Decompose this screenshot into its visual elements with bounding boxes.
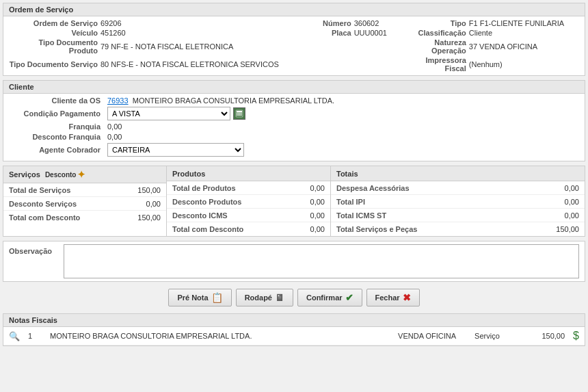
svg-rect-9	[241, 115, 242, 116]
total-row: Total IPI 0,00	[331, 195, 585, 209]
franquia-label: Franquia	[9, 122, 105, 131]
notas-fiscais-section: Notas Fiscais 🔍 1 MONTEIRO BRAGA CONSULT…	[3, 313, 585, 346]
total-row: Total ICMS ST 0,00	[331, 209, 585, 222]
servico-row-value: 150,00	[137, 186, 161, 194]
classificacao-value: Cliente	[469, 29, 579, 37]
produto-row-value: 0,00	[310, 211, 325, 220]
confirmar-button[interactable]: Confirmar ✔	[297, 289, 362, 306]
nota-category: Serviço	[475, 332, 516, 340]
natureza-op-label: Natureza Operação	[405, 38, 466, 55]
servico-row: Total de Serviços 150,00	[3, 183, 166, 197]
total-row-value: 0,00	[565, 198, 579, 206]
lower-section: Serviços Desconto ✦ Total de Serviços 15…	[3, 166, 585, 237]
total-row-value: 150,00	[556, 225, 579, 233]
servico-row: Desconto Serviços 0,00	[3, 197, 166, 211]
produto-row-value: 0,00	[310, 184, 325, 192]
servico-row: Total com Desconto 150,00	[3, 211, 166, 224]
placa-value: UUU0001	[354, 29, 402, 37]
calculator-icon[interactable]	[233, 107, 245, 120]
os-section-title: Ordem de Serviço	[3, 3, 585, 16]
servico-row-label: Desconto Serviços	[9, 200, 77, 208]
tipo-doc-serv-value: 80 NFS-E - NOTA FISCAL ELETRONICA SERVIC…	[101, 60, 294, 68]
franquia-value: 0,00	[107, 122, 579, 131]
total-row: Total Serviços e Peças 150,00	[331, 222, 585, 236]
prenota-button[interactable]: Pré Nota 📋	[168, 289, 231, 306]
nota-action-icon[interactable]: $	[573, 330, 579, 342]
desconto-franquia-label: Desconto Franquia	[9, 133, 105, 141]
servico-row-value: 150,00	[137, 213, 161, 222]
desconto-franquia-value: 0,00	[107, 133, 579, 141]
tipo-value: F1 F1-CLIENTE FUNILARIA	[469, 19, 579, 27]
cliente-section: Cliente Cliente da OS 76933 MONTEIRO BRA…	[3, 80, 585, 161]
total-row: Despesa Acessórias 0,00	[331, 181, 585, 195]
svg-rect-6	[237, 115, 238, 116]
cliente-code-link[interactable]: 76933	[107, 96, 129, 105]
produto-row-label: Desconto Produtos	[172, 198, 241, 206]
total-row-label: Total ICMS ST	[336, 211, 386, 220]
desconto-badge: Desconto ✦	[43, 168, 88, 181]
total-row-label: Despesa Acessórias	[336, 184, 410, 192]
action-row: Pré Nota 📋 Rodapé 🖥 Confirmar ✔ Fechar ✖	[3, 286, 585, 309]
prenota-label: Pré Nota	[177, 293, 208, 302]
produtos-title: Produtos	[172, 170, 205, 178]
produto-row: Total com Desconto 0,00	[167, 222, 330, 236]
produto-row-label: Total de Produtos	[172, 184, 236, 192]
fechar-icon: ✖	[403, 292, 411, 303]
condicao-pagamento-label: Condição Pagamento	[9, 109, 105, 118]
totais-header: Totais	[331, 166, 585, 181]
produto-row-label: Desconto ICMS	[172, 211, 228, 220]
servicos-title: Serviços	[9, 170, 40, 179]
condicao-pagamento-select[interactable]: A VISTA	[107, 107, 230, 120]
svg-rect-2	[237, 114, 238, 115]
cliente-name-text: MONTEIRO BRAGA CONSULTORIA EMPRESARIAL L…	[133, 96, 334, 105]
produto-row: Desconto ICMS 0,00	[167, 209, 330, 222]
os-value: 69206	[101, 19, 294, 27]
servico-row-label: Total de Serviços	[9, 186, 70, 194]
total-row-value: 0,00	[565, 184, 579, 192]
veiculo-value: 451260	[101, 29, 294, 37]
placa-label: Placa	[297, 29, 351, 37]
total-row-value: 0,00	[565, 211, 579, 220]
desconto-label: Desconto	[45, 171, 77, 179]
ordem-servico-section: Ordem de Serviço Ordem de Serviço 69206 …	[3, 3, 585, 76]
natureza-op-value: 37 VENDA OFICINA	[469, 42, 579, 51]
rodape-icon: 🖥	[275, 292, 284, 303]
fechar-button[interactable]: Fechar ✖	[366, 289, 420, 306]
tipo-label: Tipo	[405, 19, 466, 27]
cliente-grid: Cliente da OS 76933 MONTEIRO BRAGA CONSU…	[3, 94, 585, 161]
tipo-doc-serv-label: Tipo Documento Serviço	[9, 60, 98, 68]
cliente-os-value: 76933 MONTEIRO BRAGA CONSULTORIA EMPRESA…	[107, 96, 579, 105]
nota-value: 150,00	[524, 332, 565, 340]
tipo-doc-prod-value: 79 NF-E - NOTA FISCAL ELETRONICA	[101, 42, 294, 51]
numero-value: 360602	[354, 19, 402, 27]
rodape-button[interactable]: Rodapé 🖥	[236, 289, 293, 306]
servicos-table: Total de Serviços 150,00 Desconto Serviç…	[3, 183, 166, 224]
confirmar-label: Confirmar	[306, 293, 343, 302]
produto-row-label: Total com Desconto	[172, 225, 243, 233]
servicos-col: Serviços Desconto ✦ Total de Serviços 15…	[3, 166, 167, 237]
observacao-input[interactable]	[64, 244, 579, 278]
servico-row-label: Total com Desconto	[9, 213, 80, 222]
produto-row-value: 0,00	[310, 225, 325, 233]
agente-cobrador-row: CARTEIRA	[107, 143, 579, 157]
tipo-doc-prod-label: Tipo Documento Produto	[9, 38, 98, 55]
impressora-fiscal-value: (Nenhum)	[469, 60, 579, 68]
search-icon[interactable]: 🔍	[9, 331, 20, 341]
desconto-star-icon: ✦	[77, 169, 85, 180]
nota-num: 1	[28, 332, 42, 340]
servico-row-value: 0,00	[146, 200, 161, 208]
svg-rect-4	[239, 114, 241, 115]
total-row-label: Total Serviços e Peças	[336, 225, 417, 233]
totais-title: Totais	[336, 170, 358, 178]
svg-rect-5	[241, 114, 242, 115]
svg-rect-7	[238, 115, 239, 116]
agente-cobrador-select[interactable]: CARTEIRA	[107, 143, 244, 157]
observacao-label: Observação	[9, 244, 64, 255]
servicos-header: Serviços Desconto ✦	[3, 166, 166, 183]
produtos-table: Total de Produtos 0,00 Desconto Produtos…	[167, 181, 330, 236]
agente-cobrador-label: Agente Cobrador	[9, 146, 105, 154]
totais-table: Despesa Acessórias 0,00 Total IPI 0,00 T…	[331, 181, 585, 236]
nota-fiscal-row: 🔍 1 MONTEIRO BRAGA CONSULTORIA EMPRESARI…	[3, 327, 585, 345]
numero-label: Número	[297, 19, 351, 27]
produto-row-value: 0,00	[310, 198, 325, 206]
